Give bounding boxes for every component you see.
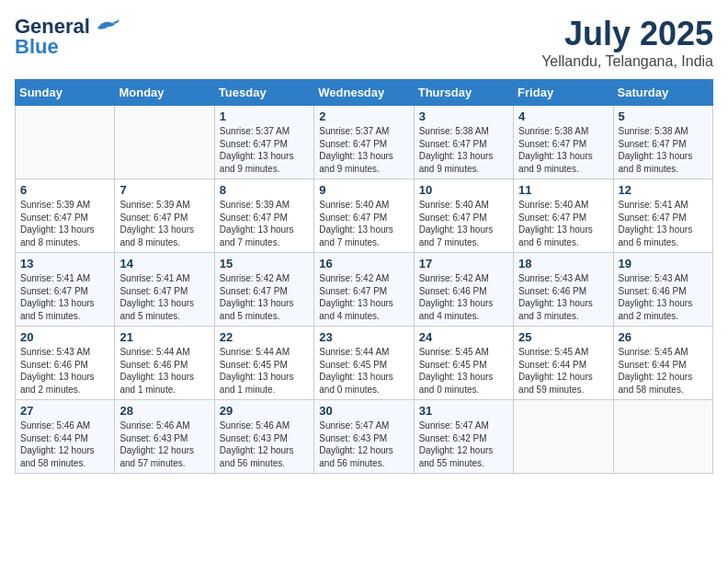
day-number: 29: [220, 404, 309, 418]
day-info: Sunrise: 5:42 AM Sunset: 6:47 PM Dayligh…: [220, 272, 309, 322]
day-info: Sunrise: 5:39 AM Sunset: 6:47 PM Dayligh…: [119, 199, 209, 248]
day-info: Sunrise: 5:42 AM Sunset: 6:47 PM Dayligh…: [319, 272, 408, 322]
day-number: 9: [319, 183, 408, 197]
table-row: 2Sunrise: 5:37 AM Sunset: 6:47 PM Daylig…: [314, 106, 414, 179]
table-row: 29Sunrise: 5:46 AM Sunset: 6:43 PM Dayli…: [214, 400, 313, 474]
calendar-table: Sunday Monday Tuesday Wednesday Thursday…: [15, 79, 713, 474]
table-row: 24Sunrise: 5:45 AM Sunset: 6:45 PM Dayli…: [414, 327, 513, 400]
day-info: Sunrise: 5:47 AM Sunset: 6:42 PM Dayligh…: [419, 419, 508, 469]
day-number: 11: [518, 183, 608, 197]
calendar-week-row: 1Sunrise: 5:37 AM Sunset: 6:47 PM Daylig…: [16, 106, 713, 179]
table-row: 12Sunrise: 5:41 AM Sunset: 6:47 PM Dayli…: [613, 179, 712, 253]
calendar-subtitle: Yellandu, Telangana, India: [541, 53, 713, 70]
header-sunday: Sunday: [16, 80, 115, 106]
day-info: Sunrise: 5:43 AM Sunset: 6:46 PM Dayligh…: [518, 272, 608, 322]
day-info: Sunrise: 5:38 AM Sunset: 6:47 PM Dayligh…: [619, 125, 708, 175]
day-number: 16: [319, 257, 408, 270]
day-info: Sunrise: 5:45 AM Sunset: 6:44 PM Dayligh…: [619, 346, 708, 396]
day-number: 12: [619, 183, 708, 197]
day-info: Sunrise: 5:43 AM Sunset: 6:46 PM Dayligh…: [619, 272, 708, 322]
day-number: 3: [419, 109, 508, 123]
table-row: 14Sunrise: 5:41 AM Sunset: 6:47 PM Dayli…: [115, 253, 214, 327]
table-row: 11Sunrise: 5:40 AM Sunset: 6:47 PM Dayli…: [514, 179, 613, 253]
table-row: 26Sunrise: 5:45 AM Sunset: 6:44 PM Dayli…: [613, 327, 712, 400]
header-monday: Monday: [115, 80, 214, 106]
day-info: Sunrise: 5:39 AM Sunset: 6:47 PM Dayligh…: [20, 199, 109, 248]
header-thursday: Thursday: [414, 80, 513, 106]
table-row: 20Sunrise: 5:43 AM Sunset: 6:46 PM Dayli…: [16, 327, 115, 400]
day-info: Sunrise: 5:41 AM Sunset: 6:47 PM Dayligh…: [619, 199, 708, 248]
day-info: Sunrise: 5:44 AM Sunset: 6:46 PM Dayligh…: [119, 346, 209, 396]
day-info: Sunrise: 5:37 AM Sunset: 6:47 PM Dayligh…: [319, 125, 408, 175]
day-info: Sunrise: 5:46 AM Sunset: 6:43 PM Dayligh…: [119, 419, 209, 469]
title-block: July 2025 Yellandu, Telangana, India: [541, 15, 713, 70]
table-row: 15Sunrise: 5:42 AM Sunset: 6:47 PM Dayli…: [214, 253, 313, 327]
day-info: Sunrise: 5:42 AM Sunset: 6:46 PM Dayligh…: [419, 272, 508, 322]
logo: General Blue: [15, 15, 119, 59]
day-number: 8: [220, 183, 309, 197]
day-info: Sunrise: 5:47 AM Sunset: 6:43 PM Dayligh…: [319, 419, 408, 469]
calendar-week-row: 27Sunrise: 5:46 AM Sunset: 6:44 PM Dayli…: [16, 400, 713, 474]
day-number: 27: [20, 404, 109, 418]
day-number: 4: [518, 109, 608, 123]
table-row: [613, 400, 712, 474]
table-row: 13Sunrise: 5:41 AM Sunset: 6:47 PM Dayli…: [16, 253, 115, 327]
header-wednesday: Wednesday: [314, 80, 414, 106]
day-info: Sunrise: 5:39 AM Sunset: 6:47 PM Dayligh…: [220, 199, 309, 248]
day-number: 14: [119, 257, 209, 270]
day-number: 1: [220, 109, 309, 123]
table-row: 18Sunrise: 5:43 AM Sunset: 6:46 PM Dayli…: [514, 253, 613, 327]
day-number: 28: [119, 404, 209, 418]
day-number: 15: [220, 257, 309, 270]
day-info: Sunrise: 5:45 AM Sunset: 6:44 PM Dayligh…: [518, 346, 608, 396]
day-number: 31: [419, 404, 508, 418]
table-row: [16, 106, 115, 179]
table-row: 10Sunrise: 5:40 AM Sunset: 6:47 PM Dayli…: [414, 179, 513, 253]
day-number: 10: [419, 183, 508, 197]
table-row: 9Sunrise: 5:40 AM Sunset: 6:47 PM Daylig…: [314, 179, 414, 253]
table-row: 19Sunrise: 5:43 AM Sunset: 6:46 PM Dayli…: [613, 253, 712, 327]
day-info: Sunrise: 5:44 AM Sunset: 6:45 PM Dayligh…: [220, 346, 309, 396]
table-row: 1Sunrise: 5:37 AM Sunset: 6:47 PM Daylig…: [214, 106, 313, 179]
day-number: 6: [20, 183, 109, 197]
day-number: 30: [319, 404, 408, 418]
table-row: 31Sunrise: 5:47 AM Sunset: 6:42 PM Dayli…: [414, 400, 513, 474]
day-info: Sunrise: 5:44 AM Sunset: 6:45 PM Dayligh…: [319, 346, 408, 396]
table-row: 7Sunrise: 5:39 AM Sunset: 6:47 PM Daylig…: [115, 179, 214, 253]
table-row: 3Sunrise: 5:38 AM Sunset: 6:47 PM Daylig…: [414, 106, 513, 179]
table-row: 21Sunrise: 5:44 AM Sunset: 6:46 PM Dayli…: [115, 327, 214, 400]
day-number: 21: [119, 330, 209, 344]
day-info: Sunrise: 5:46 AM Sunset: 6:43 PM Dayligh…: [220, 419, 309, 469]
day-info: Sunrise: 5:40 AM Sunset: 6:47 PM Dayligh…: [518, 199, 608, 248]
day-info: Sunrise: 5:45 AM Sunset: 6:45 PM Dayligh…: [419, 346, 508, 396]
day-number: 22: [220, 330, 309, 344]
day-info: Sunrise: 5:41 AM Sunset: 6:47 PM Dayligh…: [119, 272, 209, 322]
header-tuesday: Tuesday: [214, 80, 313, 106]
day-number: 19: [619, 257, 708, 270]
day-number: 5: [619, 109, 708, 123]
calendar-week-row: 6Sunrise: 5:39 AM Sunset: 6:47 PM Daylig…: [16, 179, 713, 253]
day-number: 26: [619, 330, 708, 344]
table-row: 6Sunrise: 5:39 AM Sunset: 6:47 PM Daylig…: [16, 179, 115, 253]
table-row: 25Sunrise: 5:45 AM Sunset: 6:44 PM Dayli…: [514, 327, 613, 400]
calendar-week-row: 13Sunrise: 5:41 AM Sunset: 6:47 PM Dayli…: [16, 253, 713, 327]
day-info: Sunrise: 5:40 AM Sunset: 6:47 PM Dayligh…: [319, 199, 408, 248]
header-friday: Friday: [514, 80, 613, 106]
table-row: 16Sunrise: 5:42 AM Sunset: 6:47 PM Dayli…: [314, 253, 414, 327]
table-row: 23Sunrise: 5:44 AM Sunset: 6:45 PM Dayli…: [314, 327, 414, 400]
table-row: 30Sunrise: 5:47 AM Sunset: 6:43 PM Dayli…: [314, 400, 414, 474]
day-number: 7: [119, 183, 209, 197]
page-header: General Blue July 2025 Yellandu, Telanga…: [15, 15, 713, 70]
table-row: 5Sunrise: 5:38 AM Sunset: 6:47 PM Daylig…: [613, 106, 712, 179]
calendar-week-row: 20Sunrise: 5:43 AM Sunset: 6:46 PM Dayli…: [16, 327, 713, 400]
day-info: Sunrise: 5:41 AM Sunset: 6:47 PM Dayligh…: [20, 272, 109, 322]
day-info: Sunrise: 5:38 AM Sunset: 6:47 PM Dayligh…: [419, 125, 508, 175]
logo-blue-text: Blue: [15, 35, 59, 59]
day-number: 23: [319, 330, 408, 344]
day-number: 2: [319, 109, 408, 123]
day-info: Sunrise: 5:40 AM Sunset: 6:47 PM Dayligh…: [419, 199, 508, 248]
table-row: [514, 400, 613, 474]
day-info: Sunrise: 5:43 AM Sunset: 6:46 PM Dayligh…: [20, 346, 109, 396]
day-number: 25: [518, 330, 608, 344]
logo-bird-icon: [94, 17, 119, 36]
